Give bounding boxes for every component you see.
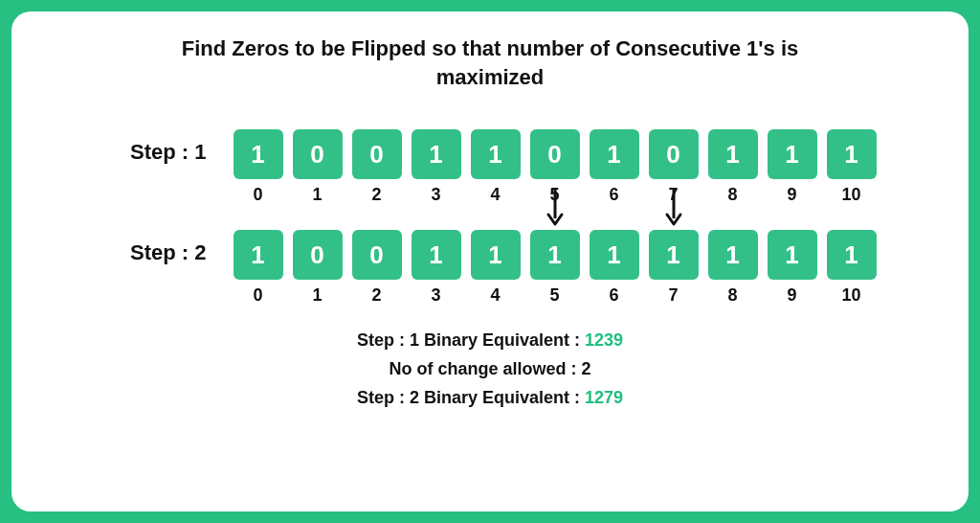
array-cell: 14 [471, 230, 521, 306]
index-label: 8 [727, 185, 737, 205]
array-cell: 15 [530, 230, 580, 306]
array-cell: 19 [768, 129, 817, 205]
array-cell: 10 [234, 129, 283, 205]
array-cell: 110 [827, 129, 877, 205]
flip-arrow-icon [546, 186, 565, 228]
bit-cell: 1 [708, 129, 758, 179]
array-cell: 110 [827, 230, 877, 306]
bit-cell: 1 [590, 129, 639, 179]
index-label: 8 [727, 285, 737, 306]
bit-cell: 1 [471, 230, 521, 280]
index-label: 7 [668, 285, 678, 306]
array-cell: 19 [768, 230, 817, 306]
array-cell: 01 [293, 230, 343, 306]
array-cell: 02 [352, 129, 402, 205]
flip-arrow-icon [664, 186, 683, 228]
array-cell: 17 [649, 230, 699, 306]
step1-row: Step : 1 10010213140516071819110 [40, 129, 940, 205]
footer-line3-value: 1279 [585, 388, 623, 407]
bit-cell: 1 [590, 230, 639, 280]
index-label: 4 [490, 185, 500, 205]
footer-line1-value: 1239 [585, 330, 623, 350]
index-label: 0 [253, 185, 262, 205]
index-label: 1 [312, 285, 322, 306]
footer-line3-prefix: Step : 2 Binary Equivalent : [357, 388, 585, 407]
bit-cell: 0 [649, 129, 699, 179]
index-label: 2 [371, 185, 381, 205]
array-cell: 18 [708, 230, 758, 306]
bit-cell: 0 [352, 230, 402, 280]
footer-line1: Step : 1 Binary Equivalent : 1239 [40, 330, 940, 351]
index-label: 2 [371, 285, 381, 306]
bit-cell: 1 [768, 129, 817, 179]
bit-cell: 1 [234, 230, 283, 280]
diagram-card: Find Zeros to be Flipped so that number … [11, 11, 969, 512]
index-label: 4 [490, 285, 500, 306]
bit-cell: 1 [471, 129, 521, 179]
bit-cell: 1 [412, 230, 461, 280]
bit-cell: 0 [530, 129, 580, 179]
bit-cell: 0 [293, 230, 343, 280]
bit-cell: 1 [708, 230, 758, 280]
step2-row: Step : 2 10010213141516171819110 [40, 230, 940, 306]
bit-cell: 1 [827, 129, 877, 179]
bit-cell: 1 [649, 230, 699, 280]
step1-label: Step : 1 [104, 140, 234, 165]
index-label: 9 [787, 285, 796, 306]
footer-line1-prefix: Step : 1 Binary Equivalent : [357, 330, 585, 350]
index-label: 0 [253, 285, 262, 306]
array-cell: 16 [590, 230, 639, 306]
index-label: 1 [312, 185, 322, 205]
bit-cell: 1 [768, 230, 817, 280]
array-cell: 16 [590, 129, 639, 205]
bit-cell: 0 [352, 129, 402, 179]
array-cell: 02 [352, 230, 402, 306]
index-label: 9 [787, 185, 796, 205]
bit-cell: 1 [412, 129, 461, 179]
index-label: 5 [549, 285, 559, 306]
array-cell: 01 [293, 129, 343, 205]
index-label: 10 [841, 185, 860, 205]
index-label: 6 [609, 285, 618, 306]
step2-cells: 10010213141516171819110 [234, 230, 877, 306]
step2-label: Step : 2 [104, 240, 234, 265]
bit-cell: 1 [827, 230, 877, 280]
array-cell: 13 [412, 129, 461, 205]
footer-line2: No of change allowed : 2 [40, 359, 940, 379]
footer-line3: Step : 2 Binary Equivalent : 1279 [40, 388, 940, 408]
array-cell: 13 [412, 230, 461, 306]
bit-cell: 1 [234, 129, 283, 179]
diagram-title: Find Zeros to be Flipped so that number … [145, 34, 835, 91]
array-cell: 18 [708, 129, 758, 205]
footer-notes: Step : 1 Binary Equivalent : 1239 No of … [40, 330, 940, 408]
index-label: 3 [431, 185, 440, 205]
index-label: 6 [609, 185, 618, 205]
bit-cell: 1 [530, 230, 580, 280]
index-label: 3 [431, 285, 440, 306]
array-cell: 14 [471, 129, 521, 205]
index-label: 10 [841, 285, 860, 306]
bit-cell: 0 [293, 129, 343, 179]
array-cell: 10 [234, 230, 283, 306]
